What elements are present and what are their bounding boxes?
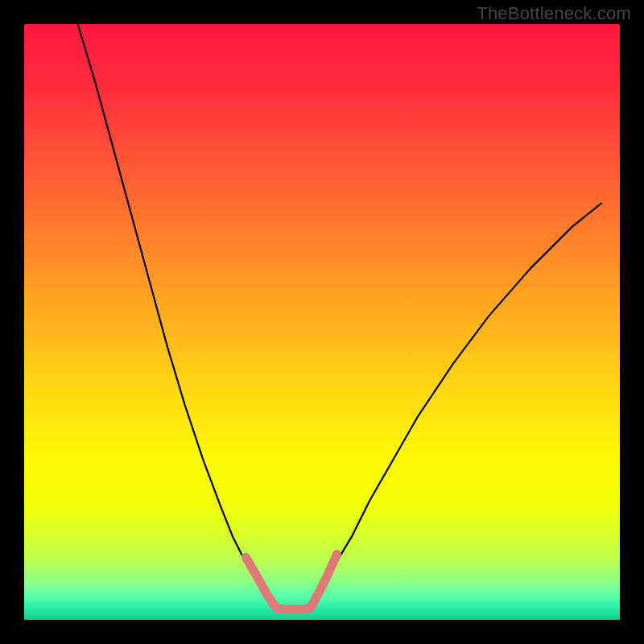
- bottleneck-chart: [0, 0, 644, 644]
- gradient-background: [24, 24, 620, 620]
- chart-frame: TheBottleneck.com: [0, 0, 644, 644]
- series-highlight-bottom: [276, 608, 310, 609]
